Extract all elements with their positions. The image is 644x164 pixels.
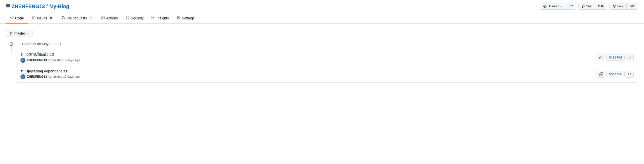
tab-actions-label: Actions (106, 16, 118, 20)
tab-security[interactable]: Security (122, 13, 148, 24)
star-label: Star (586, 5, 592, 8)
fork-label: Fork (617, 5, 623, 8)
star-count-label: 2.1k (598, 5, 604, 8)
branch-name: master (14, 31, 25, 35)
commit-hash-link-0[interactable]: 0f8970d (606, 54, 625, 61)
avatar: Z (20, 74, 25, 79)
actions-icon (101, 16, 105, 20)
table-row: ⬆ jqGrid升级至5.5.2 Z ZHENFENG13 committed … (16, 49, 638, 66)
browse-tree-button-0[interactable] (626, 54, 634, 61)
commit-emoji-1: ⬆ (20, 69, 23, 73)
commit-title-0: jqGrid升级至5.5.2 (25, 52, 54, 57)
code-icon (10, 16, 14, 20)
commit-timeline-dot (10, 42, 13, 46)
commit-meta-0: Z ZHENFENG13 committed 17 days ago (20, 58, 80, 63)
browse-tree-button-1[interactable] (626, 71, 634, 78)
star-group: Star 2.1k (578, 3, 607, 10)
commit-meta-1: Z ZHENFENG13 committed 17 days ago (20, 74, 80, 79)
tab-pull-requests[interactable]: Pull requests 1 (57, 13, 97, 24)
unwatch-group: Unwatch 57 (540, 3, 576, 10)
copy-hash-button-1[interactable] (597, 71, 605, 78)
commits-date: Commits on May 2, 2021 (22, 42, 61, 46)
tab-insights-label: Insights (157, 16, 169, 20)
issues-icon (32, 16, 35, 20)
main-content: master Commits on May 2, 2021 ⬆ jqGrid升级… (0, 24, 644, 89)
tab-actions[interactable]: Actions (97, 13, 122, 24)
repo-title: ZHENFENG13 / My-Blog (6, 4, 69, 9)
commit-emoji-0: ⬆ (20, 52, 23, 57)
nav-tabs: Code Issues 8 Pull requests 1 Actions (0, 13, 644, 24)
tab-security-label: Security (131, 16, 144, 20)
unwatch-count-label: 57 (569, 5, 573, 8)
commit-author-0: ZHENFENG13 (27, 59, 47, 62)
commit-timeline-line (11, 46, 12, 51)
monitor-icon (6, 4, 10, 9)
insights-icon (152, 16, 155, 20)
unwatch-button[interactable]: Unwatch (540, 3, 567, 9)
branch-selector[interactable]: master (6, 30, 32, 37)
copy-hash-button-0[interactable] (597, 54, 605, 61)
commit-actions-0: 0f8970d (597, 54, 634, 61)
commit-title-row: ⬆ Upgrading dependencies. (20, 69, 80, 73)
tab-settings[interactable]: Settings (173, 13, 199, 24)
star-button[interactable]: Star (579, 3, 595, 9)
repo-name[interactable]: My-Blog (49, 4, 69, 9)
repo-slash: / (46, 4, 48, 9)
tab-code[interactable]: Code (6, 13, 28, 24)
table-row: ⬆ Upgrading dependencies. Z ZHENFENG13 c… (16, 66, 638, 82)
repo-owner[interactable]: ZHENFENG13 (12, 4, 45, 9)
fork-button[interactable]: Fork (610, 3, 627, 9)
tab-code-label: Code (15, 16, 24, 20)
fork-group: Fork 667 (609, 3, 638, 10)
commit-info: ⬆ jqGrid升级至5.5.2 Z ZHENFENG13 committed … (20, 52, 80, 63)
tab-issues-label: Issues (37, 16, 47, 20)
tab-settings-label: Settings (182, 16, 195, 20)
commit-author-1: ZHENFENG13 (27, 75, 47, 78)
fork-count[interactable]: 667 (627, 3, 638, 9)
settings-icon (177, 16, 181, 20)
avatar: Z (20, 58, 25, 63)
commit-title-1: Upgrading dependencies. (25, 69, 68, 73)
tab-issues[interactable]: Issues 8 (28, 13, 57, 24)
tab-insights[interactable]: Insights (148, 13, 173, 24)
security-icon (126, 16, 129, 20)
pr-badge: 1 (88, 16, 93, 20)
commit-time-1: committed 17 days ago (48, 75, 80, 78)
issues-badge: 8 (49, 16, 53, 20)
pull-requests-icon (61, 16, 65, 20)
unwatch-count[interactable]: 57 (566, 3, 576, 9)
commit-title-row: ⬆ jqGrid升级至5.5.2 (20, 52, 80, 57)
commit-hash-link-1[interactable]: 95eefce (606, 71, 625, 77)
unwatch-label: Unwatch (548, 5, 560, 8)
commits-section: Commits on May 2, 2021 ⬆ jqGrid升级至5.5.2 … (6, 42, 638, 83)
commit-actions-1: 95eefce (597, 71, 634, 78)
tab-pr-label: Pull requests (66, 16, 87, 20)
star-count[interactable]: 2.1k (595, 3, 607, 9)
commit-time-0: committed 17 days ago (48, 59, 80, 62)
top-bar: ZHENFENG13 / My-Blog Unwatch 57 (0, 0, 644, 13)
commit-info: ⬆ Upgrading dependencies. Z ZHENFENG13 c… (20, 69, 80, 79)
top-actions: Unwatch 57 Star 2.1k (540, 3, 638, 10)
fork-count-label: 667 (630, 5, 635, 8)
commit-list: ⬆ jqGrid升级至5.5.2 Z ZHENFENG13 committed … (16, 49, 638, 83)
